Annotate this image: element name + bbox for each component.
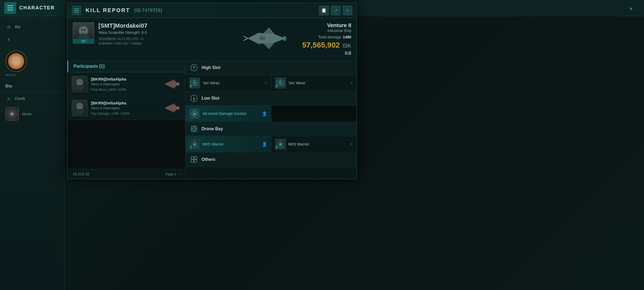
victim-info: [SMT]Mordakei07 Warp Scramble Strength: … xyxy=(98,22,235,45)
low-slot-item-right xyxy=(271,106,357,122)
avatar-area: ate girar xyxy=(5,50,59,76)
svg-point-42 xyxy=(193,143,196,145)
participant-item[interactable]: [BKRN]DeltaAlpha Atron II Interceptor Fi… xyxy=(67,72,185,96)
damage-value: 1480 xyxy=(343,35,351,39)
participant-item-2[interactable]: [BKRN]DeltaAlpha Atron II Interceptor To… xyxy=(67,96,185,120)
victim-portrait: Kill xyxy=(73,22,94,44)
loadout-panel: High Slot 1 'Ion' Miner × xyxy=(185,61,357,179)
ship-type: Industrial Ship xyxy=(298,28,351,33)
panel-id: [ID:7479725] xyxy=(134,8,162,13)
drone-bay-item-left: 1 MK5 Warrior 👤 xyxy=(185,136,271,152)
sidebar-item-lines[interactable]: ≡ xyxy=(0,33,64,46)
bio-label: Bio xyxy=(15,25,20,29)
others-section xyxy=(185,167,357,179)
medal-section: ★ Medal xyxy=(0,105,64,123)
medal-text: Medal xyxy=(22,112,31,116)
low-slot-row: All-round Damage Control 👤 xyxy=(185,106,357,122)
ion-miner-icon-right: 1 xyxy=(275,78,286,88)
svg-point-23 xyxy=(177,106,179,110)
low-slot-header: Low Slot xyxy=(185,91,357,106)
avatar-text: ate girar xyxy=(5,73,59,76)
svg-point-13 xyxy=(77,79,83,85)
svg-point-43 xyxy=(279,143,281,145)
medal-icon: ★ xyxy=(5,107,19,121)
avatar xyxy=(5,50,27,72)
svg-point-19 xyxy=(77,103,83,109)
participant-name-1: [BKRN]DeltaAlpha xyxy=(91,77,159,81)
sidebar: CHARACTER ⊙ Bio ≡ ate girar Bio ⚔ Comb ★… xyxy=(0,0,64,290)
participants-tab[interactable]: Participants [1] xyxy=(67,61,185,72)
svg-point-9 xyxy=(259,36,266,41)
drone-bay-item-right: 1 MK5 Warrior × xyxy=(271,136,357,152)
drone-bay-item-name-left: MK5 Warrior xyxy=(203,142,259,146)
participant-portrait-1 xyxy=(72,76,88,92)
next-page-button[interactable]: › xyxy=(179,172,180,176)
svg-rect-46 xyxy=(191,160,194,162)
svg-rect-45 xyxy=(194,157,197,159)
sidebar-item-combat[interactable]: ⚔ Comb xyxy=(0,92,64,105)
qty-badge-1: 1 xyxy=(190,84,192,88)
victim-name: [SMT]Mordakei07 xyxy=(98,22,235,29)
drone-bay-header: Drone Bay xyxy=(185,122,357,136)
mk5-warrior-icon-left: 1 xyxy=(189,139,200,150)
participant-ship-2: Atron II Interceptor xyxy=(91,106,159,110)
high-slot-label: High Slot xyxy=(202,65,220,70)
app-close-button[interactable]: × xyxy=(626,4,636,14)
drone-bay-label: Drone Bay xyxy=(202,126,223,131)
panel-menu-button[interactable] xyxy=(72,6,81,15)
drone-bay-row: 1 MK5 Warrior 👤 1 xyxy=(185,136,357,153)
participant-stats-1: Final Blow | 1480 | 100% xyxy=(91,88,159,92)
high-slot-header: High Slot xyxy=(185,61,357,75)
qty-badge-warrior-right: 1 xyxy=(276,146,277,149)
low-slot-item-name: All-round Damage Control xyxy=(203,111,259,116)
panel-close-button[interactable]: × xyxy=(343,6,352,15)
bottom-amount: 14,313.32 xyxy=(73,172,89,176)
export-button[interactable]: ↗ xyxy=(331,6,341,15)
copy-button[interactable]: 📋 xyxy=(319,6,329,15)
drone-bay-close-right[interactable]: × xyxy=(350,142,353,147)
mk5-warrior-icon-right: 1 xyxy=(275,139,286,150)
sidebar-title: CHARACTER xyxy=(19,5,55,11)
svg-rect-37 xyxy=(192,127,196,130)
high-slot-close-right[interactable]: × xyxy=(350,81,353,85)
others-label: Others xyxy=(202,157,215,162)
participant-ship-icon-1 xyxy=(162,79,181,89)
drone-bay-item-name-right: MK5 Warrior xyxy=(288,142,348,146)
qty-badge-warrior-left: 1 xyxy=(190,146,192,149)
sidebar-menu-button[interactable] xyxy=(4,2,16,14)
avatar-face xyxy=(8,53,24,69)
ion-miner-icon-left: 1 xyxy=(189,78,200,88)
sidebar-bio-label: Bio xyxy=(5,84,12,88)
page-info: Page 1 › xyxy=(165,172,180,176)
participants-panel: Participants [1] [BKRN]DeltaAlpha xyxy=(67,61,185,179)
participant-info-1: [BKRN]DeltaAlpha Atron II Interceptor Fi… xyxy=(91,77,159,92)
panel-body: Participants [1] [BKRN]DeltaAlpha xyxy=(67,61,357,179)
kill-location: S-6HHN < NJU-QV < Delve xyxy=(98,41,235,45)
low-slot-person-icon[interactable]: 👤 xyxy=(262,111,267,116)
kill-report-panel: KILL REPORT [ID:7479725] 📋 ↗ × xyxy=(67,3,357,179)
panel-header: KILL REPORT [ID:7479725] 📋 ↗ × xyxy=(67,3,357,18)
svg-rect-44 xyxy=(191,157,194,159)
participant-info-2: [BKRN]DeltaAlpha Atron II Interceptor To… xyxy=(91,101,159,115)
svg-point-27 xyxy=(193,81,196,85)
svg-rect-47 xyxy=(194,160,197,162)
drone-bay-person-icon[interactable]: 👤 xyxy=(262,142,267,147)
sidebar-item-bio[interactable]: ⊙ Bio xyxy=(0,20,64,33)
svg-point-8 xyxy=(283,36,286,41)
svg-point-4 xyxy=(84,29,86,31)
others-icon xyxy=(190,155,198,164)
low-slot-icon xyxy=(190,94,198,103)
svg-line-7 xyxy=(244,38,248,41)
participant-ship-1: Atron II Interceptor xyxy=(91,82,159,86)
svg-point-20 xyxy=(75,109,84,115)
kill-time: 2022/08/16 14:11:55 UTC +2 xyxy=(98,37,235,41)
high-slot-item-name-right: 'Ion' Miner xyxy=(288,81,348,85)
combat-label: Comb xyxy=(15,96,25,101)
high-slot-item-left: 1 'Ion' Miner × xyxy=(185,75,271,91)
drone-bay-icon xyxy=(190,125,198,133)
isk-label: ISK xyxy=(343,43,351,49)
victim-warp-scramble: Warp Scramble Strength: 6.0 xyxy=(98,30,235,35)
svg-point-30 xyxy=(279,81,282,85)
ship-image xyxy=(240,22,293,55)
high-slot-close-left[interactable]: × xyxy=(265,81,267,85)
